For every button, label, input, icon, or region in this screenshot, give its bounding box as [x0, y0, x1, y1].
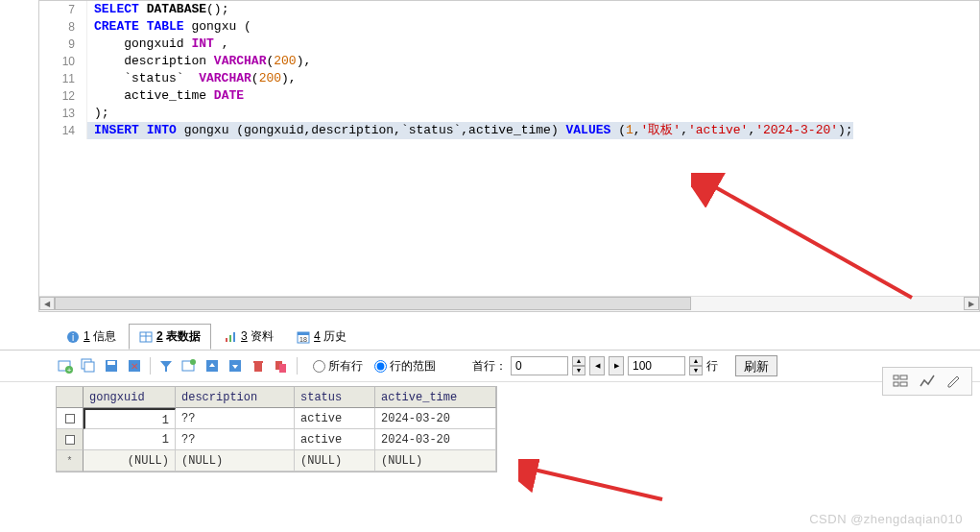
col-header-active-time[interactable]: active_time	[375, 387, 496, 408]
radio-range-label: 行的范围	[390, 358, 436, 375]
grid-cell[interactable]: active	[295, 429, 375, 450]
grid-cell[interactable]: 2024-03-20	[375, 429, 496, 450]
grid-header-row: gongxuid description status active_time	[57, 387, 496, 408]
svg-text:18: 18	[299, 336, 307, 343]
tab-data-key: 2	[156, 329, 163, 343]
tab-info-label: 信息	[93, 329, 116, 343]
row-selector[interactable]	[57, 408, 84, 429]
svg-rect-32	[900, 375, 907, 379]
svg-text:+: +	[67, 366, 72, 374]
svg-text:✕: ✕	[131, 361, 138, 372]
refresh-button[interactable]: 刷新	[735, 355, 777, 376]
tab-data-label: 表数据	[166, 329, 201, 343]
first-row-label: 首行：	[472, 358, 507, 375]
calendar-icon: 18	[297, 330, 310, 344]
next-page-button[interactable]: ▶	[609, 356, 624, 375]
first-row-input[interactable]	[511, 356, 568, 375]
annotation-arrow-icon	[518, 459, 672, 507]
filter-button[interactable]	[156, 356, 176, 375]
radio-all-rows[interactable]: 所有行	[313, 358, 363, 375]
edit-icon[interactable]	[944, 372, 964, 391]
table-row[interactable]: 1??active2024-03-20	[57, 429, 496, 450]
data-toolbar: + ✕ 所有行 行的范围 首行： ▲▼ ◀ ▶ ▲▼ 行 刷新	[0, 351, 980, 382]
tab-table-data[interactable]: 2 表数据	[129, 324, 211, 350]
col-header-description[interactable]: description	[176, 387, 295, 408]
grid-cell[interactable]: ??	[176, 408, 295, 429]
add-row-button[interactable]: +	[56, 356, 75, 375]
col-header-gongxuid[interactable]: gongxuid	[84, 387, 176, 408]
result-grid[interactable]: gongxuid description status active_time …	[56, 386, 497, 472]
info-icon: i	[66, 330, 80, 344]
grid-cell[interactable]: active	[295, 408, 375, 429]
radio-row-range[interactable]: 行的范围	[374, 358, 436, 375]
svg-rect-30	[279, 364, 286, 373]
tab-profile[interactable]: 3 资料	[213, 324, 284, 350]
svg-rect-31	[894, 375, 898, 379]
grid-cell[interactable]: 1	[84, 429, 176, 450]
grid-cell[interactable]: 2024-03-20	[375, 408, 496, 429]
grid-cell[interactable]: (NULL)	[375, 450, 496, 472]
row-count-down[interactable]: ▼	[689, 366, 703, 375]
save-button[interactable]	[102, 356, 121, 375]
form-view-icon[interactable]	[891, 372, 910, 391]
tab-history-label: 历史	[323, 329, 347, 343]
editor-horizontal-scrollbar[interactable]: ◀ ▶	[39, 296, 979, 311]
import-button[interactable]	[226, 356, 245, 375]
svg-rect-17	[108, 361, 115, 365]
svg-rect-9	[298, 332, 309, 335]
result-tabs: i 1 信息 2 表数据 3 资料 18 4 历史	[0, 320, 980, 351]
grid-cell[interactable]: (NULL)	[84, 450, 176, 472]
svg-marker-20	[160, 361, 172, 372]
radio-all-label: 所有行	[328, 358, 363, 375]
cancel-button[interactable]: ✕	[125, 356, 144, 375]
tab-history-key: 4	[314, 329, 321, 343]
svg-rect-27	[254, 363, 262, 372]
delete-all-button[interactable]	[272, 356, 291, 375]
svg-rect-33	[894, 382, 898, 386]
sort-button[interactable]	[179, 356, 199, 375]
svg-line-39	[530, 469, 662, 499]
new-row-marker: *	[57, 450, 84, 472]
svg-rect-34	[900, 382, 907, 386]
svg-rect-5	[226, 338, 227, 342]
watermark: CSDN @zhengdaqian010	[809, 512, 963, 526]
row-count-input[interactable]	[628, 356, 685, 375]
col-header-status[interactable]: status	[295, 387, 375, 408]
sql-editor[interactable]: 7SELECT DATABASE();8CREATE TABLE gongxu …	[38, 0, 980, 312]
delete-button[interactable]	[249, 356, 268, 375]
svg-rect-28	[253, 361, 263, 363]
first-row-down[interactable]: ▼	[572, 366, 586, 375]
scroll-left-button[interactable]: ◀	[39, 297, 55, 310]
export-button[interactable]	[203, 356, 222, 375]
grid-cell[interactable]: (NULL)	[295, 450, 375, 472]
table-row[interactable]: 1??active2024-03-20	[57, 408, 496, 429]
duplicate-row-button[interactable]	[79, 356, 98, 375]
svg-marker-35	[948, 376, 959, 387]
svg-rect-15	[84, 362, 94, 372]
row-suffix: 行	[706, 358, 718, 375]
tab-info[interactable]: i 1 信息	[56, 324, 127, 350]
prev-page-button[interactable]: ◀	[589, 356, 605, 375]
grid-cell[interactable]: 1	[84, 408, 176, 429]
row-selector[interactable]	[57, 429, 84, 450]
tab-profile-label: 资料	[251, 329, 274, 343]
tab-profile-key: 3	[241, 329, 248, 343]
svg-rect-6	[229, 335, 231, 342]
grid-cell[interactable]: ??	[176, 429, 295, 450]
svg-point-22	[190, 359, 196, 365]
scroll-thumb[interactable]	[55, 297, 691, 310]
chart-view-icon[interactable]	[918, 372, 937, 391]
scroll-right-button[interactable]: ▶	[964, 297, 979, 310]
grid-new-row[interactable]: * (NULL) (NULL) (NULL) (NULL)	[57, 450, 496, 472]
tab-history[interactable]: 18 4 历史	[286, 324, 357, 350]
tab-info-key: 1	[84, 329, 90, 343]
svg-text:i: i	[72, 332, 74, 343]
svg-rect-7	[233, 332, 235, 342]
first-row-up[interactable]: ▲	[572, 356, 586, 366]
row-count-up[interactable]: ▲	[689, 356, 703, 366]
table-icon	[139, 330, 153, 344]
grid-cell[interactable]: (NULL)	[176, 450, 295, 472]
row-header-corner[interactable]	[57, 387, 84, 408]
view-mode-toolbar	[882, 367, 972, 396]
chart-icon	[224, 330, 237, 344]
